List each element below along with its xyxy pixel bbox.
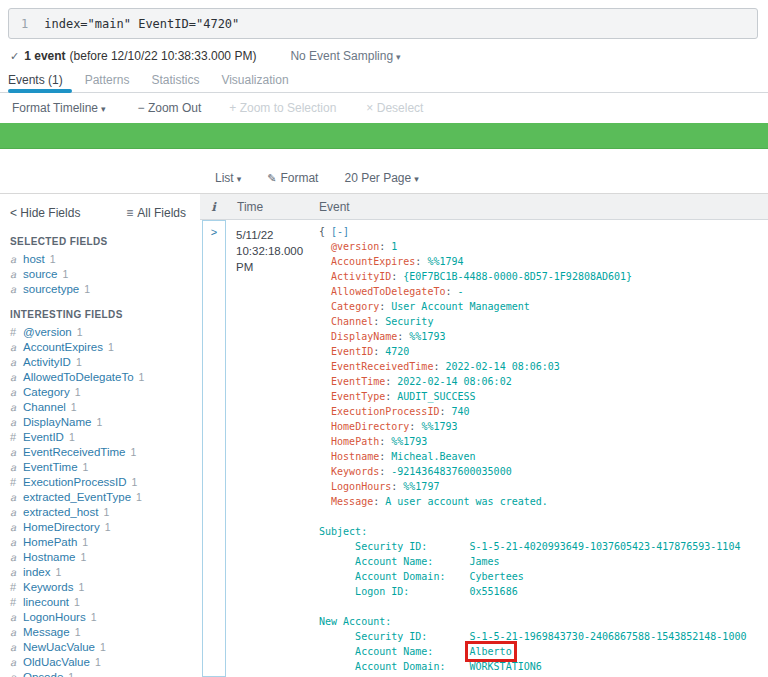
per-page-dropdown[interactable]: 20 Per Page▾ xyxy=(344,171,418,185)
format-button[interactable]: ✎Format xyxy=(267,171,318,185)
json-value-@version[interactable]: 1 xyxy=(391,241,397,252)
field-link-activityid[interactable]: ActivityID xyxy=(23,356,71,368)
event-json-line: EventReceivedTime: 2022-02-14 08:06:03 xyxy=(319,359,768,374)
field-link-channel[interactable]: Channel xyxy=(23,401,66,413)
format-timeline-button[interactable]: Format Timeline▾ xyxy=(12,101,106,115)
json-value-logonhours[interactable]: %%1797 xyxy=(403,481,439,492)
field-row: #linecount1 xyxy=(0,595,200,610)
json-key-hostname[interactable]: Hostname xyxy=(331,451,379,462)
json-value-eventtype[interactable]: AUDIT_SUCCESS xyxy=(397,391,475,402)
field-count: 1 xyxy=(82,536,88,548)
hide-fields-button[interactable]: < Hide Fields xyxy=(10,206,80,220)
json-value-eventreceivedtime[interactable]: 2022-02-14 08:06:03 xyxy=(445,361,559,372)
json-key-category[interactable]: Category xyxy=(331,301,379,312)
field-link-eventreceivedtime[interactable]: EventReceivedTime xyxy=(23,446,125,458)
search-input[interactable]: index="main" EventID="4720" xyxy=(44,17,239,31)
field-link-displayname[interactable]: DisplayName xyxy=(23,416,91,428)
zoom-to-selection-button[interactable]: + Zoom to Selection xyxy=(229,101,336,115)
json-value-keywords[interactable]: -9214364837600035000 xyxy=(391,466,511,477)
field-row: #EventID1 xyxy=(0,430,200,445)
json-key-eventid[interactable]: EventID xyxy=(331,346,373,357)
field-link-message[interactable]: Message xyxy=(23,626,70,638)
event-json-line: LogonHours: %%1797 xyxy=(319,479,768,494)
json-value-accountexpires[interactable]: %%1794 xyxy=(427,256,463,267)
string-field-icon: a xyxy=(10,520,23,535)
json-value-homedirectory[interactable]: %%1793 xyxy=(421,421,457,432)
field-link-host[interactable]: host xyxy=(23,253,45,265)
time-column-header[interactable]: Time xyxy=(227,200,319,214)
json-key-message[interactable]: Message xyxy=(331,496,373,507)
json-key-activityid[interactable]: ActivityID xyxy=(331,271,391,282)
deselect-button[interactable]: × Deselect xyxy=(366,101,423,115)
field-link-category[interactable]: Category xyxy=(23,386,70,398)
field-link-extracted_host[interactable]: extracted_host xyxy=(23,506,98,518)
field-count: 1 xyxy=(91,611,97,623)
json-key-eventtype[interactable]: EventType xyxy=(331,391,385,402)
field-link-eventid[interactable]: EventID xyxy=(23,431,64,443)
field-link-allowedtodelegateto[interactable]: AllowedToDelegateTo xyxy=(23,371,134,383)
json-key-logonhours[interactable]: LogonHours xyxy=(331,481,391,492)
field-link-logonhours[interactable]: LogonHours xyxy=(23,611,86,623)
field-link-accountexpires[interactable]: AccountExpires xyxy=(23,341,103,353)
json-value-category[interactable]: User Account Management xyxy=(391,301,529,312)
pencil-icon: ✎ xyxy=(267,172,276,184)
field-link-extracted_eventtype[interactable]: extracted_EventType xyxy=(23,491,131,503)
field-link-homedirectory[interactable]: HomeDirectory xyxy=(23,521,100,533)
json-key-displayname[interactable]: DisplayName xyxy=(331,331,397,342)
timeline-histogram-bar[interactable] xyxy=(0,123,768,149)
string-field-icon: a xyxy=(10,490,23,505)
json-key-channel[interactable]: Channel xyxy=(331,316,373,327)
field-link-source[interactable]: source xyxy=(23,268,58,280)
collapse-json-link[interactable]: [-] xyxy=(331,226,349,237)
json-value-executionprocessid[interactable]: 740 xyxy=(451,406,469,417)
field-link-homepath[interactable]: HomePath xyxy=(23,536,77,548)
field-link-newuacvalue[interactable]: NewUacValue xyxy=(23,641,95,653)
search-line-number: 1 xyxy=(21,17,28,31)
json-key-keywords[interactable]: Keywords xyxy=(331,466,379,477)
json-key-homepath[interactable]: HomePath xyxy=(331,436,379,447)
field-link-eventtime[interactable]: EventTime xyxy=(23,461,78,473)
string-field-icon: a xyxy=(10,460,23,475)
event-json-line xyxy=(319,509,768,524)
json-value-message[interactable]: A user account was created. xyxy=(385,496,548,507)
event-sampling-dropdown[interactable]: No Event Sampling▾ xyxy=(290,49,400,63)
tab-patterns[interactable]: Patterns xyxy=(74,66,141,92)
json-value-homepath[interactable]: %%1793 xyxy=(391,436,427,447)
zoom-out-button[interactable]: − Zoom Out xyxy=(138,101,202,115)
expand-event-button[interactable]: > xyxy=(202,220,226,677)
info-column-header: i xyxy=(200,200,227,214)
json-value-hostname[interactable]: Micheal.Beaven xyxy=(391,451,475,462)
field-link-executionprocessid[interactable]: ExecutionProcessID xyxy=(23,476,127,488)
json-value-activityid[interactable]: {E0F7BC1B-4488-0000-8D57-1F92808AD601} xyxy=(403,271,632,282)
field-link-keywords[interactable]: Keywords xyxy=(23,581,74,593)
json-value-eventid[interactable]: 4720 xyxy=(385,346,409,357)
json-value-allowedtodelegateto[interactable]: - xyxy=(457,286,463,297)
list-view-dropdown[interactable]: List▾ xyxy=(215,171,241,185)
field-link-olduacvalue[interactable]: OldUacValue xyxy=(23,656,90,668)
search-bar[interactable]: 1 index="main" EventID="4720" xyxy=(8,8,758,39)
json-value-eventtime[interactable]: 2022-02-14 08:06:02 xyxy=(397,376,511,387)
json-key-allowedtodelegateto[interactable]: AllowedToDelegateTo xyxy=(331,286,445,297)
field-link-sourcetype[interactable]: sourcetype xyxy=(23,283,79,295)
tab-events-1[interactable]: Events (1) xyxy=(8,66,74,92)
json-colon: : xyxy=(391,271,403,282)
json-key-accountexpires[interactable]: AccountExpires xyxy=(331,256,415,267)
field-link-linecount[interactable]: linecount xyxy=(23,596,69,608)
json-value-displayname[interactable]: %%1793 xyxy=(409,331,445,342)
json-key-eventreceivedtime[interactable]: EventReceivedTime xyxy=(331,361,433,372)
field-link-hostname[interactable]: Hostname xyxy=(23,551,75,563)
tab-visualization[interactable]: Visualization xyxy=(210,66,299,92)
field-link-index[interactable]: index xyxy=(23,566,51,578)
field-row: aextracted_EventType1 xyxy=(0,490,200,505)
json-key-executionprocessid[interactable]: ExecutionProcessID xyxy=(331,406,439,417)
list-menu-icon: ≡ xyxy=(126,206,133,220)
tab-statistics[interactable]: Statistics xyxy=(140,66,210,92)
json-value-channel[interactable]: Security xyxy=(385,316,433,327)
json-key-homedirectory[interactable]: HomeDirectory xyxy=(331,421,409,432)
field-count: 1 xyxy=(63,268,69,280)
json-key-eventtime[interactable]: EventTime xyxy=(331,376,385,387)
all-fields-button[interactable]: ≡All Fields xyxy=(126,206,186,220)
field-link-@version[interactable]: @version xyxy=(23,326,72,338)
json-key-@version[interactable]: @version xyxy=(331,241,379,252)
field-link-opcode[interactable]: Opcode xyxy=(23,671,63,677)
